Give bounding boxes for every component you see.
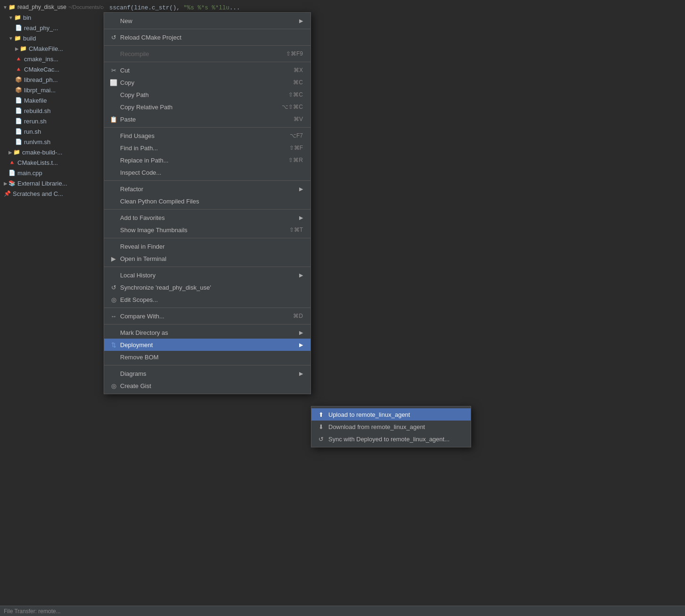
separator-1 (104, 29, 310, 29)
cut-icon: ✂ (110, 67, 117, 74)
scopes-icon: ◎ (110, 296, 117, 303)
reload-icon: ↺ (110, 34, 117, 41)
menu-item-edit-scopes[interactable]: ◎ Edit Scopes... (104, 293, 310, 306)
menu-item-remove-bom[interactable]: Remove BOM (104, 351, 310, 363)
menu-item-compare-with[interactable]: ↔ Compare With... ⌘D (104, 310, 310, 322)
separator-2 (104, 45, 310, 46)
menu-item-cut[interactable]: ✂ Cut ⌘X (104, 64, 310, 76)
menu-item-refactor[interactable]: Refactor ▶ (104, 183, 310, 195)
tree-item-readphy[interactable]: 📄 read_phy_... (0, 23, 104, 33)
tree-item-scratches[interactable]: 📌 Scratches and C... (0, 188, 104, 199)
gist-icon: ◎ (110, 382, 117, 389)
tree-item-rebuild[interactable]: 📄 rebuild.sh (0, 105, 104, 116)
tree-item-librpt[interactable]: 📦 librpt_mai... (0, 85, 104, 95)
separator-11 (104, 365, 310, 365)
submenu-item-upload[interactable]: ⬆ Upload to remote_linux_agent (311, 408, 471, 421)
deployment-icon: ⇅ (110, 341, 117, 349)
submenu-deployment: ⬆ Upload to remote_linux_agent ⬇ Downloa… (311, 406, 471, 447)
menu-item-reveal-finder[interactable]: Reveal in Finder (104, 240, 310, 252)
separator-5 (104, 180, 310, 181)
menu-item-replace-in-path[interactable]: Replace in Path... ⇧⌘R (104, 154, 310, 166)
separator-6 (104, 209, 310, 210)
tree-item-maincpp[interactable]: 📄 main.cpp (0, 168, 104, 178)
menu-item-deployment[interactable]: ⇅ Deployment ▶ (104, 339, 310, 351)
menu-item-reload[interactable]: ↺ Reload CMake Project (104, 31, 310, 43)
menu-item-paste[interactable]: 📋 Paste ⌘V (104, 113, 310, 125)
file-transfer-label: File Transfer: remote... (4, 608, 61, 615)
menu-item-open-terminal[interactable]: ▶ Open in Terminal (104, 252, 310, 265)
copy-icon: ⬜ (110, 79, 117, 86)
menu-item-clean-python[interactable]: Clean Python Compiled Files (104, 195, 310, 207)
separator-8 (104, 267, 310, 267)
tree-item-runlvm[interactable]: 📄 runlvm.sh (0, 137, 104, 147)
menu-item-copy-path[interactable]: Copy Path ⇧⌘C (104, 89, 310, 101)
menu-item-add-favorites[interactable]: Add to Favorites ▶ (104, 211, 310, 224)
upload-icon: ⬆ (316, 411, 326, 418)
sync-icon: ↺ (110, 284, 117, 291)
context-menu: New ▶ ↺ Reload CMake Project Recompile ⇧… (104, 12, 311, 394)
tree-item-extlibs[interactable]: ▶ 📚 External Librarie... (0, 178, 104, 188)
menu-item-new[interactable]: New ▶ (104, 15, 310, 27)
tree-item-cmakelists[interactable]: 🔺 CMakeLists.t... (0, 157, 104, 168)
menu-item-show-thumbnails[interactable]: Show Image Thumbnails ⇧⌘T (104, 224, 310, 236)
tree-item-cmakecac[interactable]: 🔺 CMakeCac... (0, 64, 104, 74)
terminal-icon: ▶ (110, 255, 117, 262)
menu-item-inspect-code[interactable]: Inspect Code... (104, 166, 310, 178)
separator-7 (104, 238, 310, 238)
submenu-item-download[interactable]: ⬇ Download from remote_linux_agent (311, 421, 471, 433)
separator-4 (104, 127, 310, 128)
status-bar: File Transfer: remote... (0, 606, 685, 616)
submenu-item-sync[interactable]: ↺ Sync with Deployed to remote_linux_age… (311, 433, 471, 445)
tree-item-run[interactable]: 📄 run.sh (0, 126, 104, 137)
paste-icon: 📋 (110, 116, 117, 123)
tree-item-makefile[interactable]: 📄 Makefile (0, 95, 104, 105)
tree-root[interactable]: ▼ 📁 read_phy_disk_use ~/Documents/code/t… (0, 2, 104, 12)
sync-deploy-icon: ↺ (316, 436, 326, 443)
menu-item-local-history[interactable]: Local History ▶ (104, 269, 310, 281)
file-tree: ▼ 📁 read_phy_disk_use ~/Documents/code/t… (0, 0, 104, 616)
tree-item-cmakeins[interactable]: 🔺 cmake_ins... (0, 54, 104, 64)
compare-icon: ↔ (110, 313, 117, 320)
tree-item-rerun[interactable]: 📄 rerun.sh (0, 116, 104, 126)
menu-item-diagrams[interactable]: Diagrams ▶ (104, 367, 310, 380)
separator-3 (104, 62, 310, 62)
menu-item-mark-directory[interactable]: Mark Directory as ▶ (104, 326, 310, 339)
menu-item-copy[interactable]: ⬜ Copy ⌘C (104, 76, 310, 89)
tree-item-bin[interactable]: ▼ 📁 bin (0, 12, 104, 23)
menu-item-synchronize[interactable]: ↺ Synchronize 'read_phy_disk_use' (104, 281, 310, 293)
tree-item-cmakebuild[interactable]: ▶ 📁 cmake-build-... (0, 147, 104, 157)
menu-item-find-in-path[interactable]: Find in Path... ⇧⌘F (104, 142, 310, 154)
tree-item-build[interactable]: ▼ 📁 build (0, 33, 104, 43)
tree-item-cmakefile[interactable]: ▶ 📁 CMakeFile... (0, 43, 104, 54)
separator-10 (104, 324, 310, 324)
separator-9 (104, 308, 310, 308)
tree-item-libread[interactable]: 📦 libread_ph... (0, 74, 104, 85)
menu-item-copy-rel-path[interactable]: Copy Relative Path ⌥⇧⌘C (104, 101, 310, 113)
menu-item-find-usages[interactable]: Find Usages ⌥F7 (104, 130, 310, 142)
menu-item-create-gist[interactable]: ◎ Create Gist (104, 380, 310, 392)
download-icon: ⬇ (316, 423, 326, 430)
menu-item-recompile: Recompile ⇧⌘F9 (104, 48, 310, 60)
